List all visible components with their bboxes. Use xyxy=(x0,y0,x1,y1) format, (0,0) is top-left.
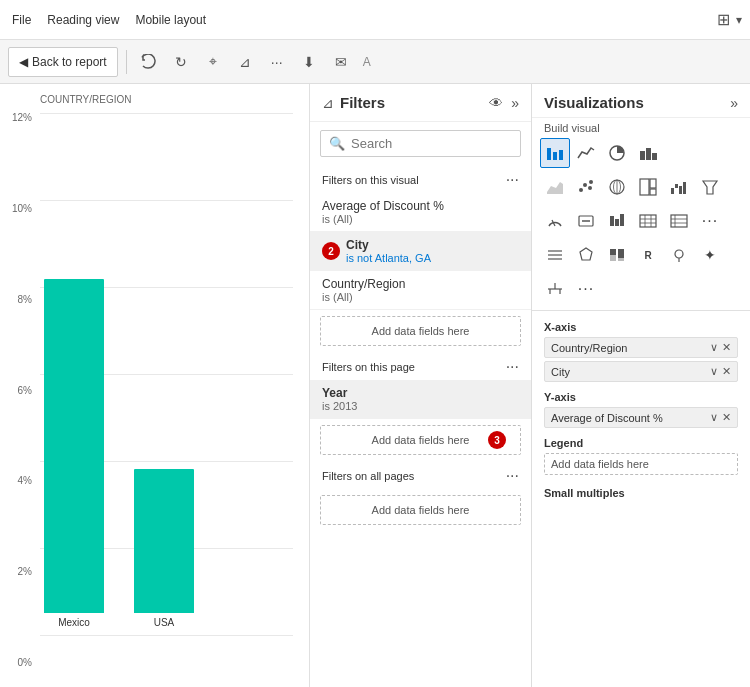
filters-on-visual-more[interactable]: ··· xyxy=(506,171,519,189)
yaxis-discount-expand[interactable]: ∨ xyxy=(710,411,718,424)
add-data-visual[interactable]: Add data fields here xyxy=(320,316,521,346)
yaxis-discount-remove[interactable]: ✕ xyxy=(722,411,731,424)
filter-expand-icon[interactable]: » xyxy=(511,95,519,111)
svg-rect-20 xyxy=(683,182,686,194)
bars-container: Mexico USA xyxy=(40,113,293,628)
svg-point-44 xyxy=(675,250,683,258)
card-icon[interactable] xyxy=(571,206,601,236)
kpi-icon[interactable] xyxy=(602,206,632,236)
add-data-all[interactable]: Add data fields here xyxy=(320,495,521,525)
r-visual-icon[interactable]: R xyxy=(633,240,663,270)
custom-visual-icon[interactable]: ✦ xyxy=(695,240,725,270)
filter-body: Filters on this visual ··· Average of Di… xyxy=(310,165,531,687)
svg-point-8 xyxy=(583,183,587,187)
filters-on-all-label: Filters on all pages xyxy=(322,470,414,482)
filter-city-sub: is not Atlanta, GA xyxy=(346,252,431,264)
viz-icons-row-1 xyxy=(532,136,750,170)
svg-rect-2 xyxy=(559,150,563,160)
more-options-icon[interactable]: ··· xyxy=(263,48,291,76)
treemap-icon[interactable] xyxy=(633,172,663,202)
map-icon[interactable] xyxy=(602,172,632,202)
subscribe-icon[interactable]: ✉ xyxy=(327,48,355,76)
y-axis-labels: 0% 2% 4% 6% 8% 10% 12% xyxy=(0,113,36,668)
chart-inner: 0% 2% 4% 6% 8% 10% 12% Mexico xyxy=(0,105,309,687)
svg-marker-21 xyxy=(703,181,717,194)
y-label-8: 8% xyxy=(4,295,32,305)
svg-point-10 xyxy=(589,180,593,184)
bar-label-mexico: Mexico xyxy=(58,617,90,628)
viz-expand-icon[interactable]: » xyxy=(730,95,738,111)
stacked-bar-chart-icon[interactable] xyxy=(540,138,570,168)
decomp-tree-icon[interactable] xyxy=(540,274,570,304)
viz-header: Visualizations » xyxy=(532,84,750,118)
filter-country-title: Country/Region xyxy=(322,277,519,291)
legend-add-field[interactable]: Add data fields here xyxy=(544,453,738,475)
viz-body: ··· xyxy=(532,136,750,687)
menu-reading-view[interactable]: Reading view xyxy=(43,11,123,29)
menu-file[interactable]: File xyxy=(8,11,35,29)
funnel-icon[interactable] xyxy=(695,172,725,202)
filter-item-country[interactable]: Country/Region is (All) xyxy=(310,271,531,310)
filter-panel: ⊿ Filters 👁 » 🔍 Filters on this visual ·… xyxy=(310,84,532,687)
azure-map-icon[interactable] xyxy=(664,240,694,270)
gauge-icon[interactable] xyxy=(540,206,570,236)
viz-icons-row-5: ··· xyxy=(532,272,750,306)
filters-on-all-header: Filters on all pages ··· xyxy=(310,461,531,489)
filter-funnel-icon: ⊿ xyxy=(322,95,334,111)
xaxis-country-remove[interactable]: ✕ xyxy=(722,341,731,354)
download-icon[interactable]: ⬇ xyxy=(295,48,323,76)
xaxis-field-country[interactable]: Country/Region ∨ ✕ xyxy=(544,337,738,358)
more-options-dots[interactable]: ··· xyxy=(571,274,601,304)
refresh-icon[interactable]: ↻ xyxy=(167,48,195,76)
filter-info-icon[interactable]: 👁 xyxy=(489,95,503,111)
svg-rect-17 xyxy=(671,188,674,194)
add-data-page[interactable]: Add data fields here 3 xyxy=(320,425,521,455)
top-menu-bar: File Reading view Mobile layout ⊞ ▾ xyxy=(0,0,750,40)
search-input[interactable] xyxy=(351,136,512,151)
shape-map-icon[interactable] xyxy=(571,240,601,270)
filter-item-city[interactable]: 2 City is not Atlanta, GA xyxy=(310,232,531,271)
filter-icon[interactable]: ⊿ xyxy=(231,48,259,76)
matrix-icon[interactable] xyxy=(664,206,694,236)
svg-rect-14 xyxy=(640,179,649,195)
filter-item-discount[interactable]: Average of Discount % is (All) xyxy=(310,193,531,232)
bar-usa[interactable] xyxy=(134,469,194,613)
line-chart-icon[interactable] xyxy=(571,138,601,168)
slicer-icon[interactable] xyxy=(540,240,570,270)
yaxis-field-discount[interactable]: Average of Discount % ∨ ✕ xyxy=(544,407,738,428)
back-to-report-button[interactable]: ◀ Back to report xyxy=(8,47,118,77)
area-chart-icon[interactable] xyxy=(540,172,570,202)
viz-title: Visualizations xyxy=(544,94,644,111)
menu-mobile-layout[interactable]: Mobile layout xyxy=(131,11,210,29)
waterfall-icon[interactable] xyxy=(664,172,694,202)
dropdown-icon[interactable]: ▾ xyxy=(736,13,742,27)
filters-on-all-more[interactable]: ··· xyxy=(506,467,519,485)
xaxis-country-expand[interactable]: ∨ xyxy=(710,341,718,354)
y-label-12: 12% xyxy=(4,113,32,123)
clustered-bar-icon[interactable] xyxy=(633,138,663,168)
filters-on-page-more[interactable]: ··· xyxy=(506,358,519,376)
main-layout: COUNTRY/REGION 0% 2% 4% 6% 8% 10% 12% xyxy=(0,84,750,687)
back-label: Back to report xyxy=(32,55,107,69)
bar-mexico[interactable] xyxy=(44,279,104,613)
more-visuals-icon[interactable]: ··· xyxy=(695,206,725,236)
pin-icon[interactable]: ⌖ xyxy=(199,48,227,76)
pie-chart-icon[interactable] xyxy=(602,138,632,168)
xaxis-field-city[interactable]: City ∨ ✕ xyxy=(544,361,738,382)
yaxis-discount-text: Average of Discount % xyxy=(551,412,663,424)
filter-item-year[interactable]: Year is 2013 xyxy=(310,380,531,419)
xaxis-city-expand[interactable]: ∨ xyxy=(710,365,718,378)
svg-rect-41 xyxy=(610,249,616,255)
xaxis-city-text: City xyxy=(551,366,570,378)
viz-icons-row-3: ··· xyxy=(532,204,750,238)
scatter-chart-icon[interactable] xyxy=(571,172,601,202)
xaxis-city-remove[interactable]: ✕ xyxy=(722,365,731,378)
undo-icon[interactable] xyxy=(135,48,163,76)
table-icon[interactable] xyxy=(633,206,663,236)
filter-search-box[interactable]: 🔍 xyxy=(320,130,521,157)
svg-rect-27 xyxy=(620,214,624,226)
filter-city-title: City xyxy=(346,238,431,252)
y-label-10: 10% xyxy=(4,204,32,214)
small-multiples-label: Small multiples xyxy=(544,487,738,499)
100pct-stacked-icon[interactable] xyxy=(602,240,632,270)
